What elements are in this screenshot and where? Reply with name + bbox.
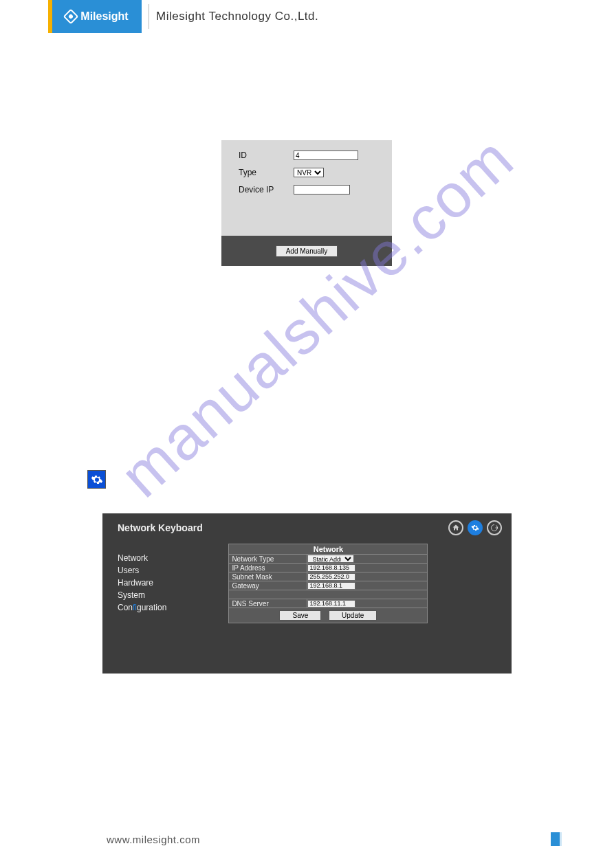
type-select[interactable]: NVR <box>294 168 324 177</box>
id-label: ID <box>239 151 294 160</box>
sidebar-item-network[interactable]: Network <box>118 553 166 563</box>
device-ip-label: Device IP <box>239 185 294 194</box>
device-ip-input[interactable] <box>294 185 350 194</box>
ip-address-label: IP Address <box>229 564 307 572</box>
dns-server-label: DNS Server <box>229 599 307 608</box>
panel-title: Network Keyboard <box>118 522 203 533</box>
table-header: Network <box>229 544 428 555</box>
footer-url: www.milesight.com <box>107 834 200 845</box>
dns-server-input[interactable] <box>307 600 355 608</box>
settings-gear-reference-icon <box>87 470 106 489</box>
network-keyboard-panel: Network Keyboard Network Users Hardware … <box>102 513 512 674</box>
network-settings-table: Network Network Type Static Address IP A… <box>228 544 428 623</box>
gear-icon <box>91 474 103 486</box>
home-button[interactable] <box>448 520 463 535</box>
network-type-select[interactable]: Static Address <box>307 555 354 563</box>
table-spacer <box>229 590 428 599</box>
sidebar-item-system[interactable]: System <box>118 590 166 600</box>
gateway-label: Gateway <box>229 581 307 590</box>
type-label: Type <box>239 168 294 177</box>
id-input[interactable] <box>294 151 358 160</box>
add-device-panel: ID Type NVR Device IP Add Manually <box>221 140 392 266</box>
gear-icon <box>471 524 479 532</box>
page-footer: www.milesight.com <box>0 832 614 846</box>
brand-logo: Milesight <box>52 0 142 33</box>
gateway-input[interactable] <box>307 582 355 590</box>
settings-sidebar: Network Users Hardware System Configurat… <box>118 544 166 623</box>
page-header: Milesight Milesight Technology Co.,Ltd. <box>48 0 614 33</box>
home-icon <box>452 524 460 532</box>
logout-button[interactable] <box>487 520 502 535</box>
brand-name: Milesight <box>80 10 128 23</box>
header-divider <box>149 4 149 29</box>
subnet-mask-input[interactable] <box>307 573 355 581</box>
brand-icon <box>63 9 79 25</box>
sidebar-item-hardware[interactable]: Hardware <box>118 578 166 588</box>
update-button[interactable]: Update <box>329 610 377 621</box>
company-name: Milesight Technology Co.,Ltd. <box>156 0 318 33</box>
sidebar-item-users[interactable]: Users <box>118 566 166 575</box>
network-type-label: Network Type <box>229 555 307 564</box>
ip-address-input[interactable] <box>307 564 355 572</box>
logout-icon <box>490 524 498 532</box>
sidebar-item-configuration[interactable]: Configuration <box>118 603 166 612</box>
subnet-mask-label: Subnet Mask <box>229 572 307 581</box>
save-button[interactable]: Save <box>279 610 321 621</box>
settings-button[interactable] <box>468 520 483 535</box>
add-manually-button[interactable]: Add Manually <box>276 245 338 257</box>
add-panel-footer: Add Manually <box>221 236 392 266</box>
page-marker <box>551 832 562 846</box>
